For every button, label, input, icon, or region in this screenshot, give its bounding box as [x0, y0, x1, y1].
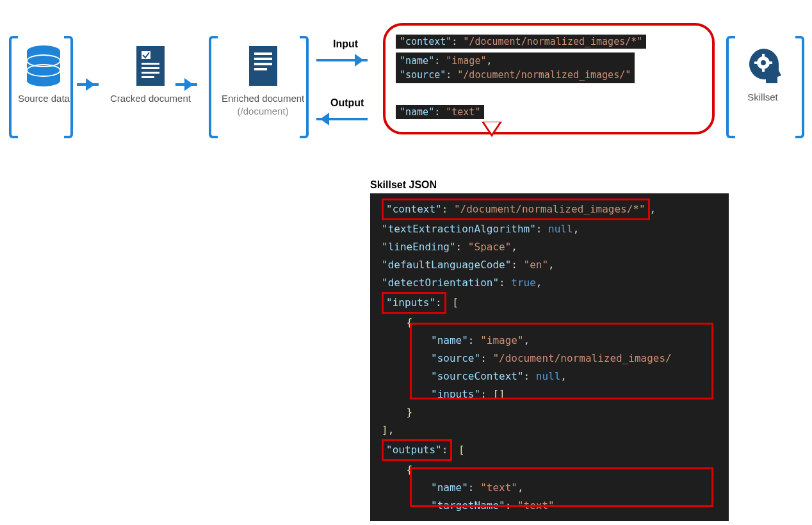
bubble-context-snippet: "context": "/document/normalized_images/… — [396, 35, 646, 49]
svg-rect-20 — [754, 61, 758, 64]
code-editor: "context": "/document/normalized_images/… — [370, 193, 729, 521]
code-line-lineending: "lineEnding": "Space", — [382, 238, 717, 256]
svg-point-17 — [761, 60, 766, 65]
head-gear-icon — [744, 46, 781, 86]
code-line-defaultlang: "defaultLanguageCode": "en", — [382, 256, 717, 274]
svg-rect-7 — [142, 63, 159, 65]
bracket-enriched-left — [209, 36, 218, 138]
svg-rect-10 — [142, 76, 154, 78]
callout-bubble: "context": "/document/normalized_images/… — [383, 23, 715, 134]
document-check-icon — [134, 45, 167, 87]
stage-source-label: Source data — [18, 92, 70, 105]
svg-rect-11 — [249, 46, 277, 86]
arrow-cracked-to-enriched — [175, 83, 197, 86]
svg-rect-14 — [254, 63, 272, 65]
stage-enriched-document: Enriched document (/document) — [222, 45, 304, 117]
bubble-input-snippet: "name": "image", "source": "/document/no… — [396, 52, 635, 83]
document-lines-icon — [247, 45, 280, 87]
input-label: Input — [333, 38, 358, 50]
bracket-skillset-right — [795, 36, 804, 138]
code-line-textextraction: "textExtractionAlgorithm": null, — [382, 220, 717, 238]
arrow-output — [316, 118, 368, 120]
code-line-bracket-close1: ], — [382, 421, 717, 439]
svg-rect-19 — [762, 69, 765, 72]
bracket-enriched-right — [300, 36, 309, 138]
code-line-detectorient: "detectOrientation": true, — [382, 274, 717, 292]
stage-cracked-label: Cracked document — [110, 92, 191, 105]
stage-source-data: Source data — [18, 45, 70, 105]
highlight-outputs-block — [410, 467, 713, 507]
svg-rect-15 — [254, 68, 267, 70]
svg-rect-13 — [254, 58, 272, 60]
output-label: Output — [330, 97, 364, 109]
svg-rect-12 — [254, 52, 272, 55]
database-icon — [26, 45, 61, 87]
stage-enriched-label: Enriched document (/document) — [222, 92, 304, 117]
code-line-inputs-key: "inputs": [ — [382, 292, 717, 314]
bracket-source-right — [64, 36, 73, 138]
stage-skillset: Skillset — [744, 46, 781, 104]
bracket-source-left — [9, 36, 18, 138]
stage-skillset-label: Skillset — [747, 91, 778, 104]
code-line-outputs-key: "outputs": [ — [382, 439, 717, 461]
stage-cracked-document: Cracked document — [110, 45, 191, 105]
bubble-output-snippet: "name": "text" — [396, 105, 484, 119]
svg-rect-9 — [142, 72, 159, 74]
highlight-inputs-block — [410, 323, 713, 400]
svg-rect-8 — [142, 67, 159, 69]
svg-rect-18 — [762, 54, 765, 57]
code-line-brace-close1: } — [382, 403, 717, 421]
bracket-skillset-left — [726, 36, 735, 138]
code-line-context: "context": "/document/normalized_images/… — [382, 198, 717, 220]
svg-rect-21 — [769, 61, 772, 64]
json-panel-title: Skillset JSON — [370, 179, 437, 191]
arrow-input — [316, 59, 368, 61]
arrow-source-to-cracked — [77, 83, 99, 86]
